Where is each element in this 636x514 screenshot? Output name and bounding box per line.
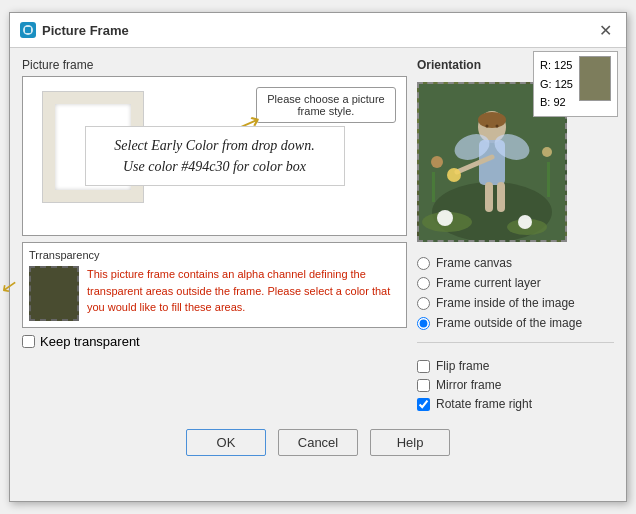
checkbox-rotate-frame-right: Rotate frame right: [417, 397, 614, 411]
flip-frame-checkbox[interactable]: [417, 360, 430, 373]
color-description-text: This picture frame contains an alpha cha…: [87, 266, 400, 316]
keep-transparent-checkbox[interactable]: [22, 335, 35, 348]
dialog-title: Picture Frame: [42, 23, 129, 38]
radio-frame-canvas-input[interactable]: [417, 257, 430, 270]
annotation-line4: box: [286, 159, 306, 174]
ok-button[interactable]: OK: [186, 429, 266, 456]
radio-frame-outside-input[interactable]: [417, 317, 430, 330]
callout-bubble: Please choose a picture frame style.: [256, 87, 396, 123]
svg-point-18: [496, 125, 499, 128]
radio-frame-inside-label: Frame inside of the image: [436, 296, 575, 310]
divider: [417, 342, 614, 343]
svg-point-7: [518, 215, 532, 229]
color-r-value: R: 125: [540, 56, 573, 75]
radio-frame-current-layer-label: Frame current layer: [436, 276, 541, 290]
radio-frame-inside-input[interactable]: [417, 297, 430, 310]
svg-rect-15: [497, 182, 505, 212]
checkbox-flip-frame: Flip frame: [417, 359, 614, 373]
annotation-line1: Select Early Color from drop: [114, 138, 277, 153]
svg-point-16: [478, 112, 506, 128]
radio-frame-current-layer: Frame current layer: [417, 276, 614, 290]
color-g-value: G: 125: [540, 75, 573, 94]
button-row: OK Cancel Help: [10, 421, 626, 468]
svg-point-13: [447, 168, 461, 182]
svg-rect-1: [25, 27, 31, 33]
radio-group: Frame canvas Frame current layer Frame i…: [417, 256, 614, 330]
annotation-line2: down.: [281, 138, 315, 153]
radio-frame-outside-label: Frame outside of the image: [436, 316, 582, 330]
swatch-container: ↙: [29, 266, 79, 321]
svg-point-17: [486, 125, 489, 128]
svg-point-20: [542, 147, 552, 157]
svg-rect-14: [485, 182, 493, 212]
help-button[interactable]: Help: [370, 429, 450, 456]
color-swatch-preview: [579, 56, 611, 101]
cancel-button[interactable]: Cancel: [278, 429, 358, 456]
svg-rect-21: [432, 172, 435, 202]
left-panel: Picture frame Select Early Color from dr…: [22, 58, 407, 411]
title-bar: Picture Frame ✕: [10, 13, 626, 48]
annotation-line3: Use color #494c30 for color: [123, 159, 282, 174]
color-fill-swatch[interactable]: [29, 266, 79, 321]
title-bar-left: Picture Frame: [20, 22, 129, 38]
rotate-frame-right-checkbox[interactable]: [417, 398, 430, 411]
rotate-frame-right-label: Rotate frame right: [436, 397, 532, 411]
radio-frame-canvas: Frame canvas: [417, 256, 614, 270]
transparency-section-label: Trransparency: [29, 249, 400, 261]
color-values: R: 125 G: 125 B: 92: [540, 56, 573, 112]
color-info-box: R: 125 G: 125 B: 92: [533, 51, 618, 117]
color-b-value: B: 92: [540, 93, 573, 112]
dialog-icon: [20, 22, 36, 38]
picture-frame-dialog: Picture Frame ✕ R: 125 G: 125 B: 92 Pict…: [9, 12, 627, 502]
mirror-frame-label: Mirror frame: [436, 378, 501, 392]
keep-transparent-row: Keep transparent: [22, 334, 407, 349]
svg-point-19: [431, 156, 443, 168]
swatch-arrow: ↙: [0, 273, 20, 300]
flip-frame-label: Flip frame: [436, 359, 489, 373]
svg-point-6: [437, 210, 453, 226]
annotation-overlay: Select Early Color from drop down. Use c…: [85, 126, 345, 186]
callout-text: Please choose a picture frame style.: [267, 93, 384, 117]
checkbox-group: Flip frame Mirror frame Rotate frame rig…: [417, 359, 614, 411]
close-button[interactable]: ✕: [594, 19, 616, 41]
picture-frame-section-label: Picture frame: [22, 58, 407, 72]
svg-rect-22: [547, 162, 550, 197]
keep-transparent-label: Keep transparent: [40, 334, 140, 349]
radio-frame-current-layer-input[interactable]: [417, 277, 430, 290]
frame-preview-area: Select Early Color from drop down. Use c…: [22, 76, 407, 236]
color-section: Trransparency ↙ This picture frame conta…: [22, 242, 407, 328]
radio-frame-canvas-label: Frame canvas: [436, 256, 512, 270]
color-row: ↙ This picture frame contains an alpha c…: [29, 266, 400, 321]
radio-frame-inside: Frame inside of the image: [417, 296, 614, 310]
mirror-frame-checkbox[interactable]: [417, 379, 430, 392]
radio-frame-outside: Frame outside of the image: [417, 316, 614, 330]
checkbox-mirror-frame: Mirror frame: [417, 378, 614, 392]
